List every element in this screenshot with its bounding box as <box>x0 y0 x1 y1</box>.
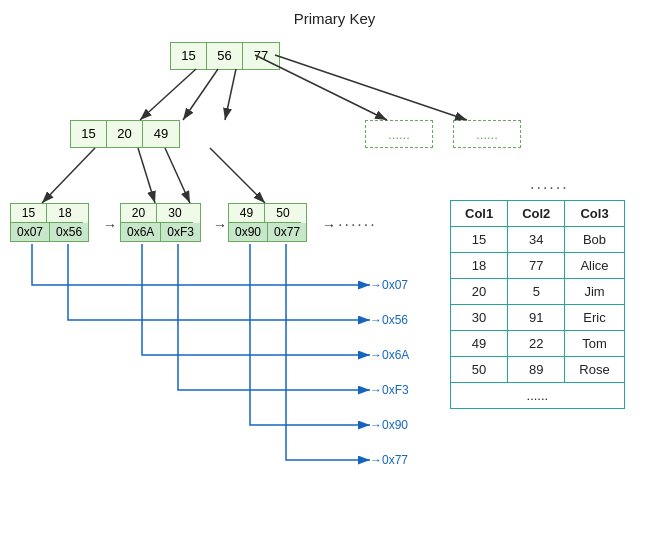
level1-node-dashed-1: ...... <box>365 120 433 148</box>
svg-line-2 <box>140 69 196 120</box>
leaf3-ptr1: 0x90 <box>229 223 268 241</box>
data-table: Col1 Col2 Col3 15 34 Bob 18 77 Alice 20 … <box>450 200 625 409</box>
table-row: 20 5 Jim <box>451 279 625 305</box>
level1-node-left: 15 20 49 <box>70 120 180 148</box>
svg-line-9 <box>165 148 190 203</box>
root-node: 15 56 77 <box>170 42 280 70</box>
col3-header: Col3 <box>565 201 624 227</box>
leaf1-ptr2: 0x56 <box>50 223 88 241</box>
svg-line-8 <box>138 148 155 203</box>
table-row: 49 22 Tom <box>451 331 625 357</box>
svg-line-4 <box>225 69 236 120</box>
table-row: 50 89 Rose <box>451 357 625 383</box>
ptr-label-2: →0x56 <box>370 313 408 327</box>
l1-cell-2: 20 <box>107 121 143 147</box>
level1-node-dashed-2: ...... <box>453 120 521 148</box>
leaf1-ptr1: 0x07 <box>11 223 50 241</box>
leaf1-arrow: → <box>103 217 117 233</box>
leaf2-key1: 20 <box>121 204 157 223</box>
ptr-label-4: →0xF3 <box>370 383 409 397</box>
l1-cell-1: 15 <box>71 121 107 147</box>
root-cell-3: 77 <box>243 43 279 69</box>
root-cell-1: 15 <box>171 43 207 69</box>
table-row: 15 34 Bob <box>451 227 625 253</box>
root-cell-2: 56 <box>207 43 243 69</box>
leaf-chain-dots: ...... <box>338 212 377 230</box>
svg-line-10 <box>210 148 265 203</box>
leaf2-ptr1: 0x6A <box>121 223 161 241</box>
table-dots-above: ...... <box>530 175 569 193</box>
svg-line-6 <box>275 55 467 120</box>
table-row: 30 91 Eric <box>451 305 625 331</box>
leaf3-key2: 50 <box>265 204 301 223</box>
col1-header: Col1 <box>451 201 508 227</box>
ptr-label-3: →0x6A <box>370 348 409 362</box>
leaf3-ptr2: 0x77 <box>268 223 306 241</box>
leaf1-key1: 15 <box>11 204 47 223</box>
page-title: Primary Key <box>0 0 669 27</box>
l1-cell-3: 49 <box>143 121 179 147</box>
table-footer-row: ...... <box>451 383 625 409</box>
svg-line-7 <box>42 148 95 203</box>
ptr-label-5: →0x90 <box>370 418 408 432</box>
col2-header: Col2 <box>508 201 565 227</box>
leaf3-key1: 49 <box>229 204 265 223</box>
table-footer: ...... <box>451 383 625 409</box>
leaf2-key2: 30 <box>157 204 193 223</box>
leaf2-ptr2: 0xF3 <box>161 223 200 241</box>
leaf-node-1: 15 18 0x07 0x56 <box>10 203 89 242</box>
leaf3-arrow: → <box>322 217 336 233</box>
leaf2-arrow: → <box>213 217 227 233</box>
ptr-label-6: →0x77 <box>370 453 408 467</box>
leaf-node-3: 49 50 0x90 0x77 <box>228 203 307 242</box>
leaf-node-2: 20 30 0x6A 0xF3 <box>120 203 201 242</box>
ptr-label-1: →0x07 <box>370 278 408 292</box>
leaf1-key2: 18 <box>47 204 83 223</box>
svg-line-3 <box>183 69 218 120</box>
table-row: 18 77 Alice <box>451 253 625 279</box>
